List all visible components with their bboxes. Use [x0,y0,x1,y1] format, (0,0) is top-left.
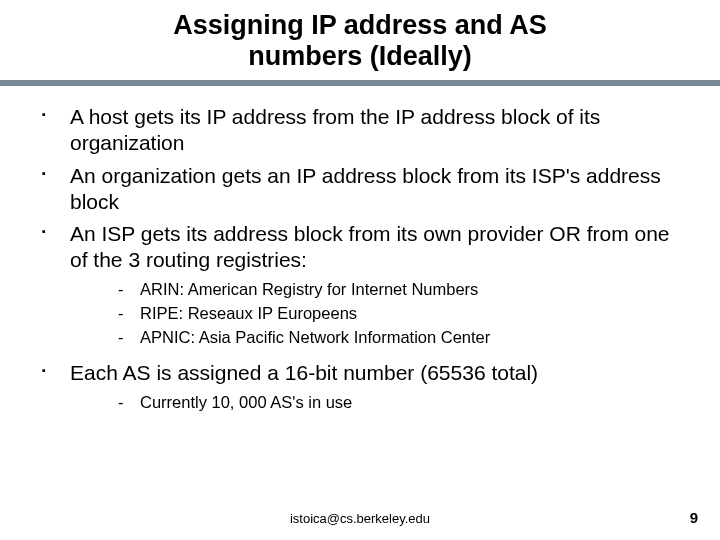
title-line-1: Assigning IP address and AS [173,10,547,40]
sub-bullet-list: ARIN: American Registry for Internet Num… [70,278,692,351]
bullet-text: An ISP gets its address block from its o… [70,222,670,271]
bullet-item: An organization gets an IP address block… [28,163,692,222]
sub-bullet-text: APNIC: Asia Pacific Network Information … [140,328,490,346]
bullet-item: An ISP gets its address block from its o… [28,221,692,360]
sub-bullet-text: Currently 10, 000 AS's in use [140,393,352,411]
bullet-text: Each AS is assigned a 16-bit number (655… [70,361,538,384]
bullet-item: A host gets its IP address from the IP a… [28,104,692,163]
title-underline [0,80,720,86]
sub-bullet-item: APNIC: Asia Pacific Network Information … [70,326,692,350]
sub-bullet-list: Currently 10, 000 AS's in use [70,391,692,415]
bullet-text: An organization gets an IP address block… [70,164,661,213]
bullet-text: A host gets its IP address from the IP a… [70,105,600,154]
content-area: A host gets its IP address from the IP a… [0,104,720,425]
sub-bullet-text: ARIN: American Registry for Internet Num… [140,280,478,298]
title-line-2: numbers (Ideally) [248,41,472,71]
slide-title: Assigning IP address and AS numbers (Ide… [0,0,720,80]
sub-bullet-item: Currently 10, 000 AS's in use [70,391,692,415]
footer-page-number: 9 [690,509,698,526]
slide: Assigning IP address and AS numbers (Ide… [0,0,720,540]
sub-bullet-item: RIPE: Reseaux IP Europeens [70,302,692,326]
footer-email: istoica@cs.berkeley.edu [0,511,720,526]
sub-bullet-item: ARIN: American Registry for Internet Num… [70,278,692,302]
bullet-item: Each AS is assigned a 16-bit number (655… [28,360,692,425]
sub-bullet-text: RIPE: Reseaux IP Europeens [140,304,357,322]
bullet-list: A host gets its IP address from the IP a… [28,104,692,425]
